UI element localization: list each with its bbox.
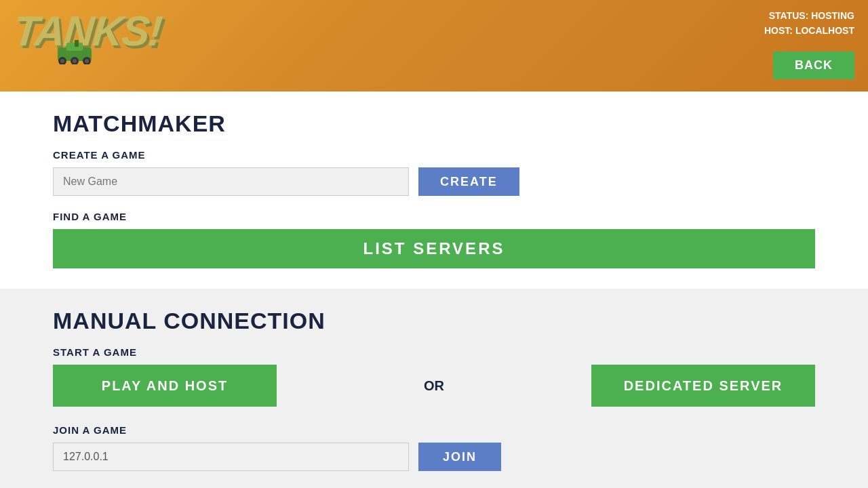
or-label: OR	[277, 378, 591, 394]
create-game-row: CREATE	[53, 167, 815, 196]
logo-area: TANKS!	[0, 0, 190, 92]
play-and-host-button[interactable]: PLAY AND HOST	[53, 365, 277, 407]
find-game-label: FIND A GAME	[53, 211, 815, 222]
join-game-label: JOIN A GAME	[53, 424, 815, 436]
svg-point-8	[85, 59, 89, 63]
dedicated-server-button[interactable]: DEDICATED SERVER	[591, 365, 815, 407]
matchmaker-section: MATCHMAKER CREATE A GAME CREATE FIND A G…	[0, 92, 868, 289]
header: TANKS! STATUS: HOSTING HOST: LOCALHOST B…	[0, 0, 868, 92]
join-button[interactable]: JOIN	[418, 443, 501, 471]
join-game-row: JOIN	[53, 443, 815, 471]
start-game-row: PLAY AND HOST OR DEDICATED SERVER	[53, 365, 815, 407]
matchmaker-title: MATCHMAKER	[53, 110, 815, 137]
start-game-label: START A GAME	[53, 346, 815, 358]
back-button[interactable]: BACK	[773, 52, 854, 79]
create-game-label: CREATE A GAME	[53, 149, 815, 161]
ip-address-input[interactable]	[53, 443, 409, 471]
status-line1: STATUS: HOSTING	[764, 8, 854, 23]
svg-rect-2	[75, 40, 79, 47]
status-line2: HOST: LOCALHOST	[764, 23, 854, 38]
tank-icon	[54, 37, 95, 64]
status-info: STATUS: HOSTING HOST: LOCALHOST	[764, 8, 854, 39]
manual-connection-section: MANUAL CONNECTION START A GAME PLAY AND …	[0, 289, 868, 488]
create-button[interactable]: CREATE	[418, 167, 519, 196]
svg-point-6	[60, 59, 64, 63]
svg-point-7	[73, 59, 77, 63]
game-name-input[interactable]	[53, 167, 409, 196]
manual-connection-title: MANUAL CONNECTION	[53, 308, 815, 334]
list-servers-button[interactable]: LIST SERVERS	[53, 229, 815, 268]
